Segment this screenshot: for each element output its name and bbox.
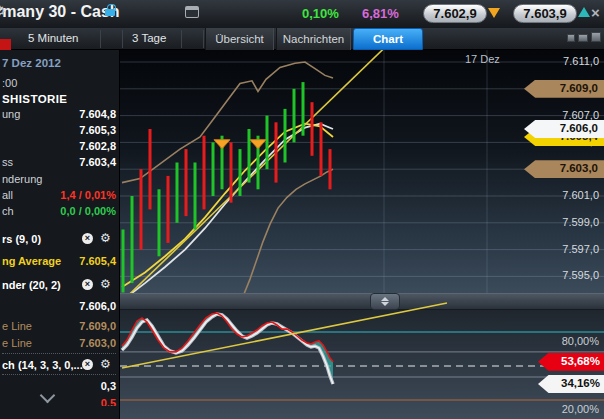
row-value: 7.602,8 <box>79 140 116 152</box>
sidebar-row: e Line7.609,0 <box>0 320 120 334</box>
tab-nachrichten[interactable]: Nachrichten <box>276 28 351 50</box>
divider-line <box>2 374 116 375</box>
remove-indicator-icon[interactable]: × <box>82 233 93 244</box>
tag-bollinger-lower: 7.603,0 <box>524 160 604 178</box>
row-value: 7.605,4 <box>79 255 116 267</box>
sidebar-row: nderung <box>0 173 120 187</box>
row-value: 0,0 / 0,00% <box>60 205 116 217</box>
row-label: e Line <box>2 320 32 332</box>
close-icon[interactable]: × <box>591 4 600 21</box>
change-percent: 0,10% <box>302 6 339 21</box>
price-axis-label: 7.607,0 <box>529 109 599 121</box>
tab-chart[interactable]: Chart <box>353 28 423 50</box>
sidebar-row: ng Average7.605,4 <box>0 255 120 269</box>
row-label: ch <box>2 205 14 217</box>
panel-splitter[interactable] <box>120 293 604 310</box>
sidebar-row: 0,3 <box>0 380 120 394</box>
sidebar-row: 7.602,8 <box>0 140 120 154</box>
sidebar-row: e Line7.603,0 <box>0 337 120 351</box>
tag-stoch-k: 34,16% <box>538 375 604 393</box>
tag-bollinger-middle: 7.606,0 <box>524 120 604 138</box>
row-value: 1,4 / 0,01% <box>60 189 116 201</box>
trading-app-window: rmany 30 - Cash 0,10% 6,81% 7.602,9 7.60… <box>0 0 604 419</box>
splitter-handle[interactable] <box>370 293 400 310</box>
minimize-icon[interactable] <box>567 34 575 42</box>
header-bar: rmany 30 - Cash 0,10% 6,81% 7.602,9 7.60… <box>0 0 604 28</box>
indicator-settings-gear-icon[interactable]: ⚙ <box>100 357 111 371</box>
session-date-label: 17 Dez <box>465 53 500 65</box>
sidebar-time: :00 <box>2 77 17 89</box>
row-value: 7.604,8 <box>79 108 116 120</box>
calculator-icon[interactable] <box>591 32 601 42</box>
keyboard-icon[interactable] <box>578 34 588 42</box>
sidebar-row: ch0,0 / 0,00% <box>0 205 120 219</box>
row-label: rs (9, 0) <box>2 233 41 245</box>
remove-indicator-icon[interactable]: × <box>82 279 93 290</box>
range-percent: 6,81% <box>362 6 399 21</box>
price-axis-label: 7.601,0 <box>529 189 599 201</box>
row-label: all <box>2 189 13 201</box>
sidebar-row: ch (14, 3, 3, 0,...×⚙ <box>0 359 120 373</box>
sidebar-row: all1,4 / 0,01% <box>0 189 120 203</box>
row-label: ung <box>2 108 20 120</box>
row-value: 7.606,0 <box>79 300 116 312</box>
stochastic-background <box>120 310 604 419</box>
row-value: 7.603,4 <box>79 156 116 168</box>
sell-price-button[interactable]: 7.602,9 <box>423 4 487 23</box>
sidebar-date: 7 Dez 2012 <box>2 57 61 69</box>
row-value: 7.605,3 <box>79 124 116 136</box>
indicator-settings-gear-icon[interactable]: ⚙ <box>100 231 111 245</box>
sidebar-row: 7.606,0 <box>0 300 120 314</box>
row-label: ch (14, 3, 3, 0,... <box>2 359 83 371</box>
tab-übersicht[interactable]: Übersicht <box>205 28 274 50</box>
data-sidebar: 7 Dez 2012 :00 SHISTORIE ung7.604,87.605… <box>0 50 120 419</box>
buy-price-button[interactable]: 7.603,9 <box>513 4 577 23</box>
indicator-settings-gear-icon[interactable]: ⚙ <box>100 277 111 291</box>
sidebar-row: ung7.604,8 <box>0 108 120 122</box>
sidebar-row: nder (20, 2)×⚙ <box>0 279 120 293</box>
row-label: ng Average <box>2 255 61 267</box>
instrument-title: rmany 30 - Cash <box>0 3 120 21</box>
row-value: 0,3 <box>101 380 116 392</box>
sidebar-section-title: SHISTORIE <box>2 93 67 105</box>
sidebar-row: ss7.603,4 <box>0 156 120 170</box>
divider-line <box>2 353 116 354</box>
price-down-arrow-icon <box>488 8 500 18</box>
period-dropdown[interactable]: 3 Tage <box>132 32 166 44</box>
calendar-icon[interactable] <box>185 6 199 18</box>
chart-panel[interactable]: 17 Dez 7.611,07.609,07.607,07.605,07.603… <box>120 50 604 419</box>
stoch-axis-label: 20,00% <box>562 403 599 415</box>
sidebar-row: 7.605,3 <box>0 124 120 138</box>
price-axis-label: 7.597,0 <box>529 243 599 255</box>
lock-icon[interactable] <box>105 9 115 16</box>
stoch-axis-label: 80,00% <box>562 335 599 347</box>
remove-indicator-icon[interactable]: × <box>82 359 93 370</box>
price-axis-label: 7.595,0 <box>529 269 599 281</box>
row-value: 0,5 <box>101 397 116 406</box>
sidebar-row: rs (9, 0)×⚙ <box>0 233 120 247</box>
price-axis-label: 7.611,0 <box>529 55 599 67</box>
row-label: nderung <box>2 173 42 185</box>
row-value: 7.609,0 <box>79 320 116 332</box>
sidebar-row: 0,5 <box>0 397 120 406</box>
row-label: ss <box>2 156 13 168</box>
price-axis-label: 7.599,0 <box>529 216 599 228</box>
price-up-arrow-icon <box>578 7 590 17</box>
row-label: nder (20, 2) <box>2 279 61 291</box>
alert-red-icon <box>0 39 11 50</box>
tag-stoch-d: 53,68% <box>538 353 604 371</box>
interval-dropdown[interactable]: 5 Minuten <box>28 32 79 44</box>
scroll-down-chevron-icon[interactable] <box>42 390 54 402</box>
settings-gear-icon[interactable]: ⚙ <box>0 3 6 18</box>
row-value: 7.603,0 <box>79 337 116 349</box>
tag-bollinger-upper: 7.609,0 <box>524 80 604 98</box>
sidebar-scroll-viewport: 7 Dez 2012 :00 SHISTORIE ung7.604,87.605… <box>0 50 120 406</box>
row-label: e Line <box>2 337 32 349</box>
